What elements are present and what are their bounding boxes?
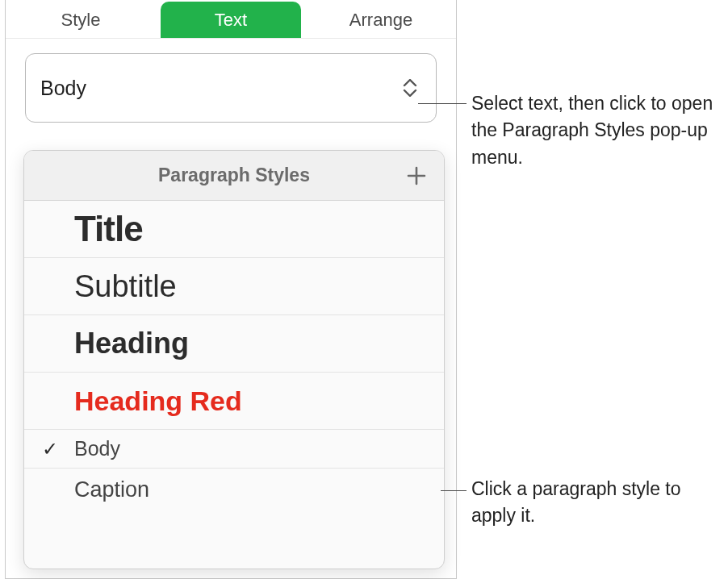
callout-text: Click a paragraph style to apply it. [471,476,705,530]
style-item-heading-red[interactable]: Heading Red [24,373,444,430]
callout-text: Select text, then click to open the Para… [471,90,722,171]
tab-style[interactable]: Style [10,2,151,38]
style-item-body[interactable]: ✓ Body [24,430,444,469]
style-item-title[interactable]: Title [24,201,444,258]
style-item-subtitle[interactable]: Subtitle [24,258,444,315]
format-panel: Style Text Arrange Body Paragraph Styles… [5,0,457,579]
plus-icon [406,165,427,186]
callout-leader [441,490,467,491]
style-item-heading[interactable]: Heading [24,315,444,373]
checkmark-icon: ✓ [42,438,58,460]
style-label: Body [74,437,120,460]
paragraph-style-current: Body [40,77,86,100]
chevron-up-down-icon [400,76,420,100]
tab-arrange[interactable]: Arrange [311,2,451,38]
style-label: Heading [74,327,189,360]
tab-bar: Style Text Arrange [6,0,456,39]
style-label: Title [74,209,143,249]
popover-title: Paragraph Styles [158,165,310,186]
style-list: Title Subtitle Heading Heading Red ✓ Bod… [24,201,444,510]
paragraph-style-selector[interactable]: Body [25,53,437,123]
callout-leader [418,103,467,104]
style-label: Caption [74,477,149,502]
style-label: Subtitle [74,269,177,304]
tab-text[interactable]: Text [161,2,301,38]
style-item-caption[interactable]: Caption [24,469,444,510]
paragraph-styles-popover: Paragraph Styles Title Subtitle Heading … [23,150,445,569]
popover-header: Paragraph Styles [24,151,444,201]
style-label: Heading Red [74,385,242,417]
add-style-button[interactable] [402,161,431,190]
